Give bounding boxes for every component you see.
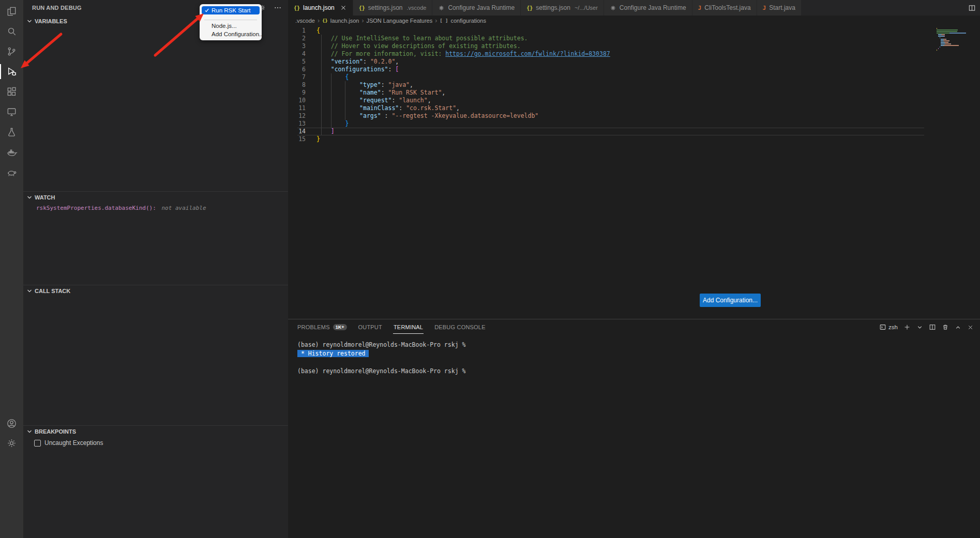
turtle-extension-icon[interactable] bbox=[0, 162, 23, 182]
run-and-debug-icon[interactable] bbox=[0, 62, 23, 82]
tab-settings-json-workspace[interactable]: {} settings.json .vscode bbox=[353, 0, 433, 16]
kill-terminal-trash-icon[interactable] bbox=[942, 324, 949, 331]
testing-icon[interactable] bbox=[0, 122, 23, 142]
line-number: 9 bbox=[288, 89, 316, 97]
call-stack-section-header[interactable]: CALL STACK bbox=[23, 285, 288, 297]
java-file-icon: J bbox=[698, 5, 702, 11]
code-line-content: "type": "java", bbox=[316, 81, 413, 89]
terminal-profile-select[interactable]: zsh bbox=[879, 324, 898, 331]
more-actions-icon[interactable] bbox=[274, 4, 282, 12]
code-line-8[interactable]: 8 "type": "java", bbox=[288, 81, 924, 89]
source-control-icon[interactable] bbox=[0, 41, 23, 62]
tab-debug-console[interactable]: DEBUG CONSOLE bbox=[434, 320, 486, 334]
code-line-12[interactable]: 12 "args" : "--regtest -Xkeyvalue.dataso… bbox=[288, 112, 924, 120]
code-line-3[interactable]: 3 // Hover to view descriptions of exist… bbox=[288, 42, 924, 50]
minimap-line bbox=[937, 47, 973, 48]
code-line-15[interactable]: 15} bbox=[288, 135, 924, 143]
tab-settings-json-user[interactable]: {} settings.json ~/.../User bbox=[521, 0, 604, 16]
breadcrumb-item-json-language-features[interactable]: JSON Language Features bbox=[366, 18, 432, 24]
code-line-content: "args" : "--regtest -Xkeyvalue.datasourc… bbox=[316, 112, 538, 120]
sidebar-title: RUN AND DEBUG bbox=[32, 5, 82, 11]
add-configuration-button[interactable]: Add Configuration... bbox=[700, 294, 761, 307]
split-terminal-icon[interactable] bbox=[929, 324, 936, 331]
panel-tab-label: TERMINAL bbox=[394, 324, 423, 330]
line-number: 11 bbox=[288, 104, 316, 112]
tab-clitoolstest-java[interactable]: J CliToolsTest.java bbox=[692, 0, 757, 16]
watch-section-header[interactable]: WATCH bbox=[23, 192, 288, 203]
code-line-13[interactable]: 13 } bbox=[288, 120, 924, 128]
menu-item-run-rsk-start[interactable]: Run RSK Start bbox=[202, 6, 260, 14]
menu-item-nodejs[interactable]: Node.js... bbox=[202, 22, 260, 30]
tab-configure-java-runtime-2[interactable]: Configure Java Runtime bbox=[604, 0, 692, 16]
remote-explorer-icon[interactable] bbox=[0, 102, 23, 122]
line-number: 10 bbox=[288, 97, 316, 104]
section-label: BREAKPOINTS bbox=[35, 428, 76, 435]
code-line-6[interactable]: 6 "configurations": [ bbox=[288, 66, 924, 73]
code-line-11[interactable]: 11 "mainClass": "co.rsk.Start", bbox=[288, 104, 924, 112]
line-number: 7 bbox=[288, 73, 316, 81]
code-line-1[interactable]: 1{ bbox=[288, 27, 924, 35]
new-terminal-icon[interactable] bbox=[903, 324, 911, 331]
settings-gear-icon[interactable] bbox=[0, 433, 23, 453]
watch-expression-value: not available bbox=[161, 205, 206, 211]
code-line-content: { bbox=[316, 73, 349, 81]
breadcrumb-separator: › bbox=[318, 17, 320, 24]
line-number: 4 bbox=[288, 50, 316, 58]
code-line-content: // For more information, visit: https://… bbox=[316, 50, 610, 58]
split-editor-icon[interactable] bbox=[968, 4, 976, 12]
line-number: 14 bbox=[288, 128, 316, 135]
panel-tab-label: PROBLEMS bbox=[297, 324, 330, 330]
breakpoints-section-header[interactable]: BREAKPOINTS bbox=[23, 426, 288, 437]
tab-problems[interactable]: PROBLEMS 1K+ bbox=[297, 320, 348, 334]
code-line-14[interactable]: 14 ] bbox=[288, 128, 924, 135]
breadcrumb-separator: › bbox=[361, 17, 364, 24]
account-icon[interactable] bbox=[0, 413, 23, 434]
activity-bar bbox=[0, 0, 23, 538]
breadcrumb-item-launch-json[interactable]: launch.json bbox=[330, 18, 359, 24]
uncaught-exceptions-checkbox[interactable] bbox=[34, 440, 41, 447]
maximize-panel-icon[interactable] bbox=[955, 324, 961, 331]
breadcrumb-item-vscode[interactable]: .vscode bbox=[295, 18, 315, 24]
code-line-content: { bbox=[316, 27, 320, 35]
menu-item-label: Node.js... bbox=[212, 23, 237, 29]
minimap[interactable] bbox=[937, 28, 973, 51]
code-line-2[interactable]: 2 // Use IntelliSense to learn about pos… bbox=[288, 35, 924, 42]
menu-item-add-configuration[interactable]: Add Configuration... bbox=[202, 30, 260, 38]
code-line-7[interactable]: 7 { bbox=[288, 73, 924, 81]
files-icon[interactable] bbox=[0, 1, 23, 21]
code-line-4[interactable]: 4 // For more information, visit: https:… bbox=[288, 50, 924, 58]
panel-tab-label: DEBUG CONSOLE bbox=[434, 324, 486, 330]
section-label: VARIABLES bbox=[35, 18, 67, 24]
extensions-icon[interactable] bbox=[0, 82, 23, 102]
tab-label: Configure Java Runtime bbox=[448, 4, 515, 11]
editor-group: {} launch.json {} settings.json .vscode … bbox=[288, 0, 980, 538]
breadcrumb-item-configurations[interactable]: configurations bbox=[451, 18, 487, 24]
tab-label: Start.java bbox=[769, 4, 795, 11]
minimap-line bbox=[937, 36, 973, 37]
code-line-10[interactable]: 10 "request": "launch", bbox=[288, 97, 924, 104]
chevron-down-icon[interactable] bbox=[916, 324, 923, 331]
line-number: 3 bbox=[288, 42, 316, 50]
terminal-output[interactable]: (base) reynoldmorel@Reynolds-MacBook-Pro… bbox=[288, 335, 980, 376]
gear-icon bbox=[610, 5, 616, 11]
watch-expression[interactable]: rskSystemProperties.databaseKind(): not … bbox=[23, 203, 288, 211]
tab-output[interactable]: OUTPUT bbox=[358, 320, 383, 334]
tab-configure-java-runtime-1[interactable]: Configure Java Runtime bbox=[432, 0, 521, 16]
menu-separator bbox=[204, 20, 257, 20]
code-line-9[interactable]: 9 "name": "Run RSK Start", bbox=[288, 89, 924, 97]
variables-section: VARIABLES bbox=[23, 16, 288, 191]
editor[interactable]: 1{2 // Use IntelliSense to learn about p… bbox=[288, 26, 980, 319]
close-panel-icon[interactable] bbox=[967, 324, 974, 331]
tab-terminal[interactable]: TERMINAL bbox=[393, 320, 424, 334]
sidebar-run-and-debug: RUN AND DEBUG VARIABLES WATCH bbox=[23, 0, 288, 538]
docker-icon[interactable] bbox=[0, 142, 23, 162]
line-number: 13 bbox=[288, 120, 316, 128]
tab-start-java[interactable]: J Start.java bbox=[757, 0, 802, 16]
close-icon[interactable] bbox=[340, 4, 347, 11]
search-icon[interactable] bbox=[0, 21, 23, 41]
code-line-content: } bbox=[316, 120, 349, 128]
call-stack-section: CALL STACK bbox=[23, 285, 288, 425]
tab-launch-json[interactable]: {} launch.json bbox=[288, 0, 353, 16]
code-line-5[interactable]: 5 "version": "0.2.0", bbox=[288, 58, 924, 66]
minimap-line bbox=[937, 31, 973, 32]
